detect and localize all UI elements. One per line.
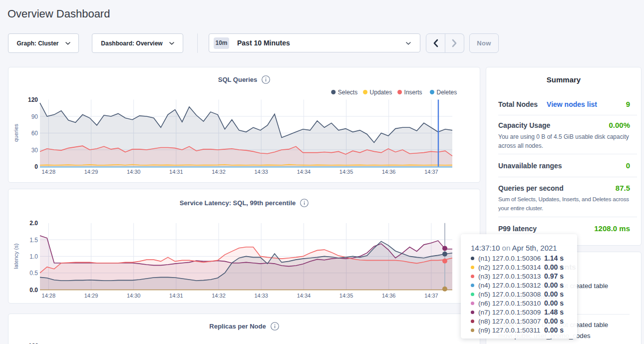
svg-text:0.5: 0.5	[29, 270, 38, 277]
svg-text:14:30: 14:30	[127, 293, 141, 299]
svg-text:30: 30	[31, 147, 38, 154]
svg-text:14:32: 14:32	[212, 169, 226, 175]
svg-text:60: 60	[31, 130, 38, 137]
svg-text:Deletes: Deletes	[437, 89, 457, 96]
svg-text:14:33: 14:33	[254, 169, 268, 175]
svg-text:Inserts: Inserts	[404, 89, 422, 96]
svg-text:Selects: Selects	[338, 89, 357, 96]
svg-text:14:36: 14:36	[382, 169, 396, 175]
svg-text:14:29: 14:29	[84, 293, 98, 299]
svg-text:14:31: 14:31	[169, 293, 183, 299]
svg-text:0.0: 0.0	[29, 287, 38, 294]
svg-text:1.5: 1.5	[29, 237, 38, 244]
svg-text:120: 120	[28, 96, 38, 103]
svg-text:14:29: 14:29	[84, 169, 98, 175]
svg-text:14:34: 14:34	[297, 293, 311, 299]
svg-text:14:34: 14:34	[297, 169, 311, 175]
svg-text:14:35: 14:35	[339, 293, 353, 299]
svg-text:90: 90	[31, 113, 38, 120]
svg-text:queries: queries	[13, 123, 19, 142]
svg-text:14:28: 14:28	[42, 169, 56, 175]
svg-text:14:32: 14:32	[212, 293, 226, 299]
svg-text:14:37: 14:37	[424, 293, 438, 299]
svg-text:14:33: 14:33	[254, 293, 268, 299]
svg-text:Updates: Updates	[370, 89, 392, 96]
svg-text:latency (s): latency (s)	[13, 244, 19, 269]
svg-text:14:37: 14:37	[424, 169, 438, 175]
svg-text:14:31: 14:31	[169, 169, 183, 175]
svg-text:14:36: 14:36	[382, 293, 396, 299]
svg-text:14:30: 14:30	[127, 169, 141, 175]
svg-text:0: 0	[34, 163, 38, 170]
svg-text:14:28: 14:28	[42, 293, 56, 299]
svg-text:2.0: 2.0	[29, 220, 38, 227]
svg-text:14:35: 14:35	[339, 169, 353, 175]
svg-text:1.0: 1.0	[29, 253, 38, 260]
